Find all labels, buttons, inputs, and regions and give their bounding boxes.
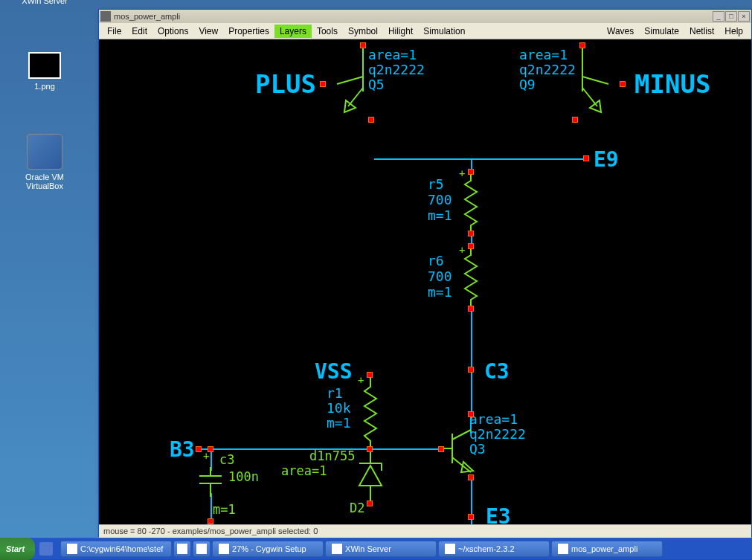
app-icon bbox=[100, 11, 111, 22]
vbox-label: Oracle VM VirtualBox bbox=[15, 173, 74, 190]
xschem-window: mos_power_ampli _ □ × File Edit Options … bbox=[98, 9, 752, 537]
task-explorer[interactable]: C:\cygwin64\home\stef bbox=[60, 541, 172, 557]
cygwin-icon bbox=[219, 544, 229, 554]
diode-d2-icon bbox=[352, 452, 389, 504]
menu-edit[interactable]: Edit bbox=[126, 25, 152, 38]
svg-marker-4 bbox=[344, 100, 356, 112]
pin bbox=[367, 372, 373, 378]
svg-marker-15 bbox=[461, 462, 473, 472]
x-icon bbox=[332, 544, 342, 554]
pin bbox=[438, 446, 444, 452]
r6-m: m=1 bbox=[428, 284, 452, 300]
d2-model: d1n755 bbox=[309, 448, 355, 463]
task-unknown1[interactable] bbox=[173, 541, 191, 557]
pin bbox=[367, 446, 373, 452]
menu-properties[interactable]: Properties bbox=[223, 25, 274, 38]
menu-options[interactable]: Options bbox=[152, 25, 193, 38]
folder-icon bbox=[67, 544, 77, 554]
q5-model: q2n2222 bbox=[368, 62, 425, 77]
svg-line-7 bbox=[582, 77, 608, 84]
terminal-icon bbox=[445, 544, 455, 554]
r6-name: r6 bbox=[428, 253, 444, 268]
pin bbox=[208, 518, 213, 524]
svg-line-13 bbox=[452, 430, 471, 440]
maximize-button[interactable]: □ bbox=[725, 11, 737, 22]
c3-name: c3 bbox=[219, 452, 234, 467]
wire bbox=[199, 448, 441, 450]
resistor-r5-icon bbox=[463, 173, 478, 233]
titlebar[interactable]: mos_power_ampli _ □ × bbox=[99, 10, 751, 23]
task-cygwin[interactable]: 27% - Cygwin Setup bbox=[212, 541, 324, 557]
task-unknown2[interactable] bbox=[193, 541, 211, 557]
desktop-icon-xwin[interactable]: XWin Server bbox=[15, 0, 74, 5]
close-button[interactable]: × bbox=[738, 11, 750, 22]
transistor-q3-icon bbox=[437, 411, 482, 486]
minimize-button[interactable]: _ bbox=[713, 11, 724, 22]
xwin-label: XWin Server bbox=[15, 0, 74, 5]
pin bbox=[320, 81, 326, 87]
menu-waves[interactable]: Waves bbox=[602, 25, 639, 38]
statusbar: mouse = 80 -270 - examples/mos_power_amp… bbox=[99, 524, 751, 538]
r1-m: m=1 bbox=[327, 415, 351, 431]
menu-layers[interactable]: Layers bbox=[274, 25, 312, 38]
q9-model: q2n2222 bbox=[519, 62, 576, 77]
svg-marker-23 bbox=[359, 466, 382, 486]
c3-value: 100n bbox=[228, 469, 259, 484]
menu-tools[interactable]: Tools bbox=[312, 25, 343, 38]
r5-m: m=1 bbox=[428, 207, 452, 223]
menu-view[interactable]: View bbox=[193, 25, 223, 38]
pin bbox=[468, 169, 474, 175]
net-b3: B3 bbox=[170, 437, 195, 462]
r5-name: r5 bbox=[428, 176, 444, 192]
pin bbox=[468, 411, 474, 417]
image-file-icon bbox=[28, 52, 61, 79]
app-icon bbox=[196, 544, 207, 554]
pin bbox=[468, 367, 474, 373]
pin bbox=[196, 446, 202, 452]
wire bbox=[374, 158, 586, 160]
pin bbox=[620, 81, 626, 87]
resistor-r1-icon bbox=[363, 378, 378, 448]
pin bbox=[572, 117, 578, 123]
menu-netlist[interactable]: Netlist bbox=[684, 25, 719, 38]
r6-value: 700 bbox=[428, 268, 452, 284]
c3-m: m=1 bbox=[213, 502, 236, 517]
pin bbox=[468, 474, 474, 480]
resistor-r6-icon bbox=[463, 248, 478, 307]
menu-file[interactable]: File bbox=[102, 25, 126, 38]
wire bbox=[471, 307, 472, 419]
menu-simulate[interactable]: Simulate bbox=[639, 25, 684, 38]
png-label: 1.png bbox=[15, 82, 74, 91]
pin bbox=[360, 42, 366, 48]
transistor-q9-icon bbox=[571, 47, 616, 121]
r5-value: 700 bbox=[428, 192, 452, 207]
schematic-canvas[interactable]: PLUS MINUS E9 VSS C3 B3 E3 area=1 q2n222… bbox=[99, 39, 751, 524]
task-xschem-dir[interactable]: ~/xschem-2.3.2 bbox=[438, 541, 550, 557]
pin bbox=[367, 501, 373, 506]
q5-area: area=1 bbox=[368, 47, 417, 62]
task-xwin[interactable]: XWin Server bbox=[325, 541, 437, 557]
xschem-icon bbox=[558, 544, 568, 554]
window-title: mos_power_ampli bbox=[114, 12, 713, 21]
task-mos-power[interactable]: mos_power_ampli bbox=[551, 541, 663, 557]
taskbar: Start C:\cygwin64\home\stef 27% - Cygwin… bbox=[0, 538, 752, 560]
pin bbox=[468, 231, 474, 236]
menu-simulation[interactable]: Simulation bbox=[418, 25, 470, 38]
r1-name: r1 bbox=[327, 385, 343, 401]
pin bbox=[468, 514, 474, 520]
menu-help[interactable]: Help bbox=[719, 25, 748, 38]
start-button[interactable]: Start bbox=[0, 538, 35, 560]
ql-ie-icon[interactable] bbox=[39, 542, 53, 556]
r1-value: 10k bbox=[327, 400, 351, 416]
net-minus: MINUS bbox=[634, 69, 710, 99]
capacitor-c3-icon bbox=[196, 467, 225, 497]
svg-marker-9 bbox=[590, 100, 601, 112]
d2-area: area=1 bbox=[281, 463, 327, 478]
net-e9: E9 bbox=[594, 147, 619, 172]
desktop-icon-virtualbox[interactable]: Oracle VM VirtualBox bbox=[15, 134, 74, 190]
menu-symbol[interactable]: Symbol bbox=[343, 25, 383, 38]
app-icon bbox=[177, 544, 187, 554]
menu-hilight[interactable]: Hilight bbox=[383, 25, 418, 38]
pin bbox=[583, 155, 589, 161]
desktop-icon-1png[interactable]: 1.png bbox=[15, 52, 74, 91]
